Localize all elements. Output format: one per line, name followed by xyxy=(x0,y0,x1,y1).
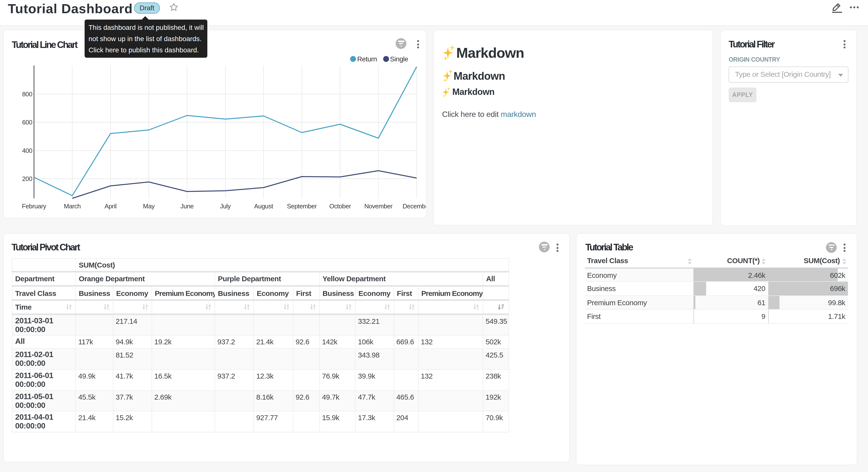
svg-text:April: April xyxy=(104,203,116,210)
svg-text:Return: Return xyxy=(357,55,376,63)
svg-text:600: 600 xyxy=(22,119,32,126)
svg-text:400: 400 xyxy=(22,147,32,154)
svg-text:February: February xyxy=(22,203,46,210)
svg-text:Single: Single xyxy=(390,55,408,63)
svg-text:July: July xyxy=(220,203,230,210)
svg-text:September: September xyxy=(287,203,317,210)
svg-text:October: October xyxy=(329,203,351,210)
svg-text:May: May xyxy=(143,203,155,210)
svg-text:March: March xyxy=(64,203,81,210)
svg-text:November: November xyxy=(364,203,393,210)
svg-text:800: 800 xyxy=(22,90,32,98)
svg-text:December: December xyxy=(402,203,426,210)
svg-text:August: August xyxy=(254,203,273,210)
svg-text:200: 200 xyxy=(22,175,32,182)
svg-text:June: June xyxy=(180,203,193,210)
